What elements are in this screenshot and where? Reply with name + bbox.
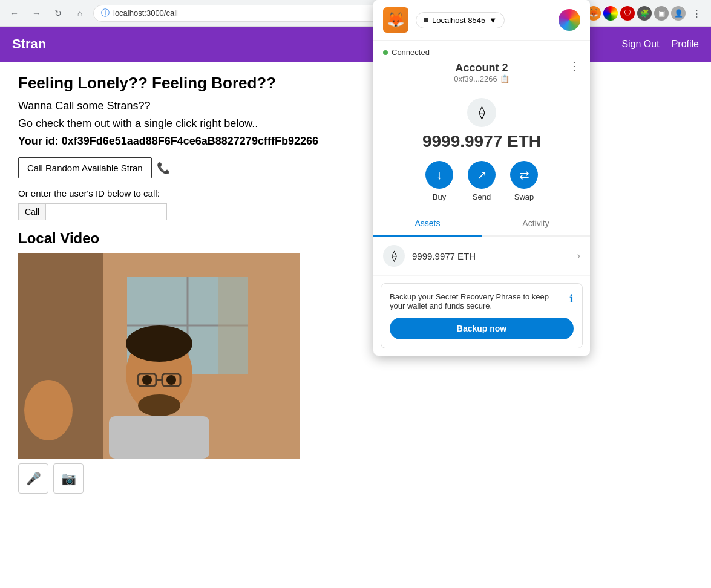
address-bar[interactable]: ⓘ localhost:3000/call: [93, 5, 396, 22]
phone-icon: 📞: [157, 162, 170, 175]
mm-network-chevron: ▼: [489, 16, 497, 25]
mm-connected-label: Connected: [392, 48, 430, 57]
mm-swap-label: Swap: [514, 192, 534, 201]
app-title: Stran: [12, 36, 46, 52]
svg-rect-9: [109, 416, 209, 459]
mm-connected-row: Connected: [383, 48, 580, 57]
mm-backup-text: Backup your Secret Recovery Phrase to ke…: [390, 292, 565, 310]
info-icon: ⓘ: [101, 8, 110, 19]
reload-button[interactable]: ↻: [50, 5, 67, 22]
mm-swap-button[interactable]: ⇄: [510, 161, 538, 189]
mm-swap-action[interactable]: ⇄ Swap: [510, 161, 538, 201]
video-person-svg: [18, 253, 300, 459]
call-random-row: Call Random Available Stran 📞: [18, 157, 693, 178]
mm-send-label: Send: [473, 192, 491, 201]
description: Go check them out with a single click ri…: [18, 117, 693, 130]
mm-actions: ↓ Buy ↗ Send ⇄ Swap: [373, 161, 590, 201]
mm-header: 🦊 Localhost 8545 ▼: [373, 0, 590, 41]
mm-tab-assets[interactable]: Assets: [373, 211, 482, 237]
call-random-button[interactable]: Call Random Available Stran: [18, 157, 152, 178]
call-id-input[interactable]: [46, 203, 167, 220]
mm-account-address: 0xf39...2266 📋: [383, 74, 580, 83]
mm-connected-dot: [383, 50, 388, 55]
media-controls: 🎤 📷: [18, 463, 693, 494]
mm-asset-chevron-icon: ›: [577, 250, 580, 261]
mm-buy-label: Buy: [433, 192, 446, 201]
camera-button[interactable]: 📷: [53, 463, 84, 494]
call-random-label: Call Random Available Stran: [27, 163, 143, 173]
puzzle-ext-icon[interactable]: 🧩: [637, 6, 652, 21]
color-ext-icon[interactable]: [603, 6, 618, 21]
mm-buy-action[interactable]: ↓ Buy: [425, 161, 453, 201]
home-button[interactable]: ⌂: [71, 5, 88, 22]
call-button[interactable]: Call: [18, 203, 46, 220]
svg-point-10: [24, 380, 73, 440]
mm-balance: 9999.9977 ETH: [373, 132, 590, 151]
mm-copy-icon[interactable]: 📋: [500, 74, 509, 83]
svg-rect-4: [218, 277, 248, 374]
metamask-popup: 🦊 Localhost 8545 ▼ Connected Account 2 0…: [373, 0, 590, 356]
profile-button[interactable]: Profile: [672, 39, 699, 50]
mm-network-label: Localhost 8545: [432, 16, 485, 25]
sign-out-button[interactable]: Sign Out: [621, 39, 659, 50]
back-button[interactable]: ←: [6, 5, 23, 22]
local-video-container: [18, 253, 300, 459]
shield-ext-icon[interactable]: 🛡: [620, 6, 635, 21]
profile-ext-icon[interactable]: 👤: [671, 6, 686, 21]
mm-buy-button[interactable]: ↓: [425, 161, 453, 189]
mm-network-button[interactable]: Localhost 8545 ▼: [416, 12, 505, 28]
mm-backup-info-icon: ℹ: [569, 292, 574, 305]
mm-fox-logo: 🦊: [383, 7, 408, 33]
mm-eth-asset-amount: 9999.9977 ETH: [412, 251, 577, 261]
mm-avatar[interactable]: [559, 9, 580, 31]
mm-tabs: Assets Activity: [373, 211, 590, 237]
url-text: localhost:3000/call: [113, 8, 178, 18]
main-content: Feeling Lonely?? Feeling Bored?? Wanna C…: [0, 62, 711, 506]
mm-network-dot: [424, 18, 428, 22]
call-enter-label: Or enter the user's ID below to call:: [18, 188, 693, 198]
subheadline: Wanna Call some Strans??: [18, 100, 693, 113]
video-feed: [18, 253, 300, 459]
svg-point-16: [138, 394, 180, 416]
mm-eth-icon: ⟠: [467, 98, 496, 127]
mm-backup-text-row: Backup your Secret Recovery Phrase to ke…: [390, 292, 574, 310]
app-header: Stran Sign Out Profile: [0, 27, 711, 62]
mm-eth-asset-row[interactable]: ⟠ 9999.9977 ETH ›: [373, 237, 590, 276]
mm-eth-icon-wrap: ⟠: [373, 98, 590, 127]
forward-button[interactable]: →: [28, 5, 45, 22]
sidebar-ext-icon[interactable]: ▣: [654, 6, 669, 21]
menu-button[interactable]: ⋮: [688, 5, 705, 22]
mm-send-button[interactable]: ↗: [468, 161, 496, 189]
mm-more-button[interactable]: ⋮: [568, 59, 580, 73]
browser-chrome: ← → ↻ ⌂ ⓘ localhost:3000/call 📹 ⇓ ▶ ★ 🦊 …: [0, 0, 711, 27]
svg-point-15: [166, 375, 176, 385]
mm-account-section: Connected Account 2 0xf39...2266 📋 ⋮: [373, 41, 590, 91]
mm-account-name: Account 2: [383, 62, 580, 74]
user-id-text: Your id: 0xf39Fd6e51aad88F6F4ce6aB882727…: [18, 135, 693, 148]
call-input-row: Call: [18, 203, 693, 220]
svg-point-14: [142, 375, 152, 385]
headline: Feeling Lonely?? Feeling Bored??: [18, 74, 693, 93]
mm-tab-activity[interactable]: Activity: [482, 211, 590, 235]
mic-button[interactable]: 🎤: [18, 463, 48, 494]
mm-backup-banner: Backup your Secret Recovery Phrase to ke…: [381, 283, 583, 348]
mm-send-action[interactable]: ↗ Send: [468, 161, 496, 201]
svg-point-8: [126, 325, 192, 362]
mm-backup-now-button[interactable]: Backup now: [390, 318, 574, 339]
local-video-title: Local Video: [18, 230, 693, 247]
mm-eth-asset-icon: ⟠: [383, 245, 405, 267]
